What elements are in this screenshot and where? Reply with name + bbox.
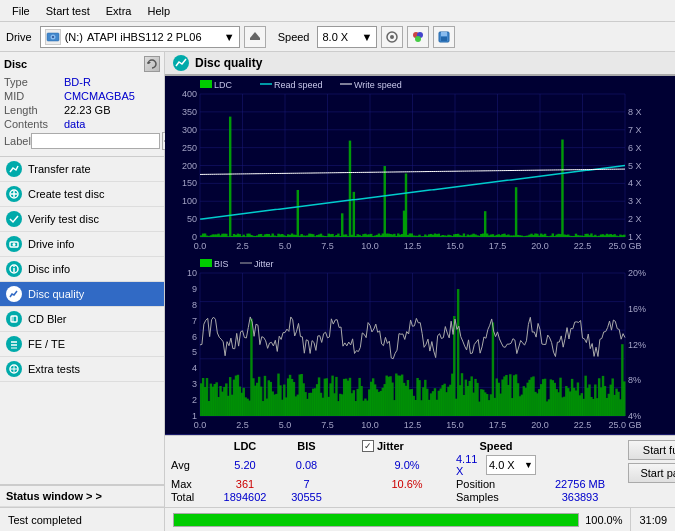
svg-rect-11 [441,32,447,36]
drive-label: Drive [6,31,32,43]
color-button[interactable] [407,26,429,48]
menu-help[interactable]: Help [139,3,178,19]
speed-value: 8.0 X [322,31,348,43]
eject-button[interactable] [244,26,266,48]
menu-extra[interactable]: Extra [98,3,140,19]
svg-point-6 [390,35,394,39]
create-test-disc-icon [6,186,22,202]
svg-point-2 [52,36,54,38]
speed-label: Speed [278,31,310,43]
status-time: 31:09 [630,508,675,531]
ldc-max: 361 [215,478,275,490]
samples-label: Samples [456,491,499,503]
speed-select[interactable]: 8.0 X ▼ [317,26,377,48]
jitter-header: Jitter [377,440,404,452]
disc-panel: Disc Type BD-R MID CMCMAGBA5 Length 22.2… [0,52,164,157]
drive-select[interactable]: (N:) ATAPI iHBS112 2 PL06 ▼ [40,26,240,48]
bis-total: 30555 [279,491,334,503]
svg-point-22 [13,266,15,268]
fe-te-label: FE / TE [28,338,65,350]
progress-bar [173,513,579,527]
options-button[interactable] [381,26,403,48]
statusbar: Test completed 100.0% 31:09 [0,507,675,531]
extra-tests-label: Extra tests [28,363,80,375]
save-button[interactable] [433,26,455,48]
jitter-checkbox[interactable]: ✓ [362,440,374,452]
extra-tests-icon [6,361,22,377]
drive-dropdown-arrow: ▼ [224,31,235,43]
progress-fill [174,514,578,526]
speed-select-val: 4.0 X [489,459,515,471]
start-full-btn[interactable]: Start full [628,440,675,460]
main-layout: Disc Type BD-R MID CMCMAGBA5 Length 22.2… [0,52,675,507]
sidebar-item-extra-tests[interactable]: Extra tests [0,357,164,382]
label-input[interactable] [31,133,160,149]
sidebar-item-verify-test-disc[interactable]: Verify test disc [0,207,164,232]
charts-container [165,76,675,435]
sidebar-item-disc-quality[interactable]: Disc quality [0,282,164,307]
transfer-rate-icon [6,161,22,177]
sidebar-item-transfer-rate[interactable]: Transfer rate [0,157,164,182]
max-label: Max [171,478,211,490]
sidebar-item-disc-info[interactable]: Disc info [0,257,164,282]
ldc-header: LDC [215,440,275,452]
mid-label: MID [4,90,64,102]
drive-name: ATAPI iHBS112 2 PL06 [87,31,202,43]
bis-avg: 0.08 [279,459,334,471]
status-window-label: Status window > > [6,490,102,502]
svg-point-9 [415,36,421,42]
toolbar: Drive (N:) ATAPI iHBS112 2 PL06 ▼ Speed … [0,22,675,52]
create-test-disc-label: Create test disc [28,188,104,200]
svg-rect-23 [11,316,17,322]
menu-start-test[interactable]: Start test [38,3,98,19]
svg-marker-4 [250,32,260,38]
disc-quality-icon [6,286,22,302]
jitter-max: 10.6% [362,478,452,490]
menubar: File Start test Extra Help [0,0,675,22]
speed-select-sm[interactable]: 4.0 X ▼ [486,455,536,475]
disc-refresh-btn[interactable] [144,56,160,72]
length-value: 22.23 GB [64,104,110,116]
drive-info-label: Drive info [28,238,74,250]
status-window-btn[interactable]: Status window > > [0,484,164,507]
stats-panel: LDC BIS ✓ Jitter Speed Avg 5.20 0.08 [165,435,675,507]
drive-letter: (N:) [65,31,83,43]
disc-quality-header-icon [173,55,189,71]
verify-test-disc-label: Verify test disc [28,213,99,225]
start-part-btn[interactable]: Start part [628,463,675,483]
length-label: Length [4,104,64,116]
svg-rect-3 [250,38,260,40]
disc-quality-label: Disc quality [28,288,84,300]
svg-point-19 [13,243,16,246]
contents-label: Contents [4,118,64,130]
verify-test-disc-icon [6,211,22,227]
bis-max: 7 [279,478,334,490]
bottom-chart [165,255,675,434]
progress-label: 100.0% [585,514,622,526]
samples-val: 363893 [540,491,620,503]
disc-info-label: Disc info [28,263,70,275]
status-progress-container: 100.0% [165,508,630,531]
speed-result: 4.11 X [456,453,482,477]
type-label: Type [4,76,64,88]
sidebar-item-drive-info[interactable]: Drive info [0,232,164,257]
speed-dropdown-arrow: ▼ [362,31,373,43]
sidebar-item-create-test-disc[interactable]: Create test disc [0,182,164,207]
cd-bler-label: CD Bler [28,313,67,325]
sidebar-item-fe-te[interactable]: FE / TE [0,332,164,357]
sidebar-item-cd-bler[interactable]: CD Bler [0,307,164,332]
sidebar: Disc Type BD-R MID CMCMAGBA5 Length 22.2… [0,52,165,507]
position-val: 22756 MB [540,478,620,490]
menu-file[interactable]: File [4,3,38,19]
drive-info-icon [6,236,22,252]
drive-icon [45,29,61,45]
cd-bler-icon [6,311,22,327]
svg-rect-12 [441,37,447,41]
avg-label: Avg [171,459,211,471]
contents-value: data [64,118,85,130]
top-chart [165,76,675,255]
disc-quality-title: Disc quality [195,56,262,70]
disc-quality-header: Disc quality [165,52,675,76]
nav-list: Transfer rate Create test disc Verify te… [0,157,164,382]
label-label: Label [4,135,31,147]
